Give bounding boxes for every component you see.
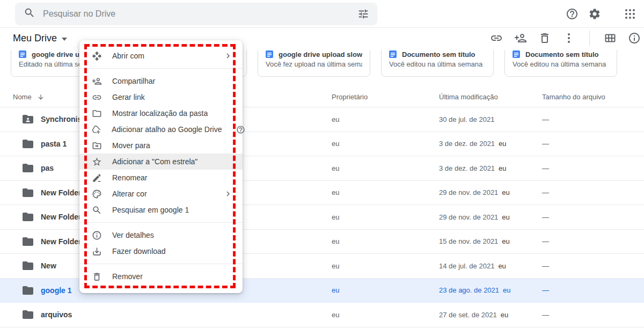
folder-icon <box>21 259 34 272</box>
suggested-card[interactable]: Documento sem título Você editou na últi… <box>504 50 617 77</box>
tune-filters-icon[interactable] <box>357 8 370 20</box>
card-subtitle: Você editou na última semana <box>389 60 486 68</box>
page-title: Meu Drive <box>13 33 57 44</box>
menu-item-renomear[interactable]: Renomear <box>79 170 243 186</box>
share-person-add-icon[interactable] <box>514 32 527 45</box>
owner: eu <box>332 279 339 303</box>
menu-item-alterar-cor[interactable]: Alterar cor <box>79 186 243 202</box>
menu-item-gerar-link[interactable]: Gerar link <box>79 89 243 105</box>
info-icon[interactable] <box>628 32 641 45</box>
modified-by: eu <box>499 164 506 172</box>
folder-icon <box>21 186 34 199</box>
menu-item-remover[interactable]: Remover <box>79 268 243 285</box>
file-size: — <box>542 230 549 254</box>
search-input[interactable] <box>43 9 357 19</box>
modified-by: eu <box>502 188 509 196</box>
doc-icon <box>19 50 26 58</box>
palette-icon <box>91 188 102 199</box>
get-link-icon[interactable] <box>490 32 503 45</box>
modified-by: eu <box>498 262 506 270</box>
menu-item-label: Adicionar a "Com estrela" <box>112 157 197 166</box>
owner: eu <box>332 107 339 132</box>
column-nome[interactable]: Nome <box>13 93 45 101</box>
file-name: pasta 1 <box>41 140 67 148</box>
star-icon <box>91 156 102 167</box>
info-icon <box>91 230 102 240</box>
file-name: arquivos <box>41 310 72 319</box>
suggested-card[interactable]: google drive upload slow ... Você fez up… <box>258 50 370 77</box>
folder-icon <box>21 137 34 150</box>
menu-item-compartilhar[interactable]: Compartilhar <box>79 73 243 89</box>
google-drive-app: Meu Drive <box>0 0 644 328</box>
toolbar-divider <box>589 31 590 46</box>
menu-item-abrir-com[interactable]: Abrir com <box>79 48 243 64</box>
menu-item-label: Ver detalhes <box>112 231 154 239</box>
file-size: — <box>542 132 549 156</box>
topbar <box>0 0 644 28</box>
menu-item-label: Pesquisar em google 1 <box>112 206 189 214</box>
breadcrumb-my-drive[interactable]: Meu Drive <box>13 33 67 44</box>
modified-by: eu <box>499 140 506 148</box>
card-title: google drive upload slow ... <box>279 50 362 59</box>
card-title: Documento sem título <box>402 50 475 59</box>
owner: eu <box>332 156 339 180</box>
owner: eu <box>332 132 339 156</box>
menu-item-pesquisar[interactable]: Pesquisar em google 1 <box>79 202 243 218</box>
settings-gear-icon[interactable] <box>588 8 601 20</box>
menu-item-adicionar-atalho[interactable]: Adicionar atalho ao Google Drive <box>79 121 243 137</box>
folder-icon <box>21 308 34 321</box>
table-row[interactable]: arquivos eu 27 de set. de 2021eu — <box>0 303 644 327</box>
trash-icon[interactable] <box>538 32 551 45</box>
menu-item-label: Abrir com <box>112 52 144 60</box>
folder-icon <box>21 210 34 223</box>
doc-icon <box>513 50 520 58</box>
download-icon <box>91 246 102 257</box>
rename-icon <box>91 172 102 183</box>
submenu-chevron-icon <box>223 51 233 61</box>
move-folder-icon <box>91 140 102 151</box>
modified-date: 29 de nov. de 2021 <box>439 188 498 196</box>
modified-date: 15 de nov. de 2021 <box>439 237 498 245</box>
modified-date: 27 de set. de 2021 <box>439 311 497 319</box>
help-icon[interactable] <box>566 8 579 20</box>
doc-icon <box>389 50 397 58</box>
owner: eu <box>332 254 339 278</box>
file-name: New <box>41 261 56 270</box>
column-proprietario[interactable]: Proprietário <box>332 93 368 101</box>
apps-grid-icon[interactable] <box>624 8 636 20</box>
menu-item-ver-detalhes[interactable]: Ver detalhes <box>79 227 243 243</box>
file-size: — <box>542 181 549 205</box>
column-tamanho[interactable]: Tamanho do arquivo <box>542 93 605 101</box>
menu-separator <box>79 222 243 223</box>
menu-item-mover-para[interactable]: Mover para <box>79 137 243 154</box>
person-add-icon <box>91 76 102 86</box>
file-name: pas <box>41 164 54 172</box>
file-size: — <box>542 279 549 303</box>
menu-item-label: Alterar cor <box>112 189 147 198</box>
open-with-icon <box>91 50 102 61</box>
modified-by: eu <box>502 213 509 221</box>
suggested-card[interactable]: Documento sem título Você editou na últi… <box>381 50 494 77</box>
column-ultima-modificacao[interactable]: Última modificação <box>439 93 498 101</box>
menu-item-label: Fazer download <box>112 247 166 256</box>
menu-item-label: Mostrar localização da pasta <box>112 109 208 118</box>
card-subtitle: Você fez upload na última semana <box>266 60 362 68</box>
menu-item-adicionar-com-estrela[interactable]: Adicionar a "Com estrela" <box>79 154 243 170</box>
modified-date: 3 de dez. de 2021 <box>439 140 495 148</box>
menu-item-fazer-download[interactable]: Fazer download <box>79 243 243 259</box>
help-icon[interactable] <box>236 125 245 134</box>
modified-date: 23 de ago. de 2021 <box>439 286 499 294</box>
more-options-icon[interactable] <box>562 32 575 45</box>
menu-item-mostrar-localizacao[interactable]: Mostrar localização da pasta <box>79 105 243 121</box>
modified-date: 29 de nov. de 2021 <box>439 213 498 221</box>
owner: eu <box>332 303 339 327</box>
menu-item-label: Remover <box>112 272 143 281</box>
trash-icon <box>91 271 102 282</box>
grid-view-icon[interactable] <box>604 32 617 45</box>
file-size: — <box>542 254 549 278</box>
sort-arrow-down-icon <box>37 93 45 101</box>
folder-icon <box>21 284 34 297</box>
search-bar[interactable] <box>15 3 377 25</box>
menu-item-label: Mover para <box>112 141 150 150</box>
search-icon <box>24 7 35 21</box>
